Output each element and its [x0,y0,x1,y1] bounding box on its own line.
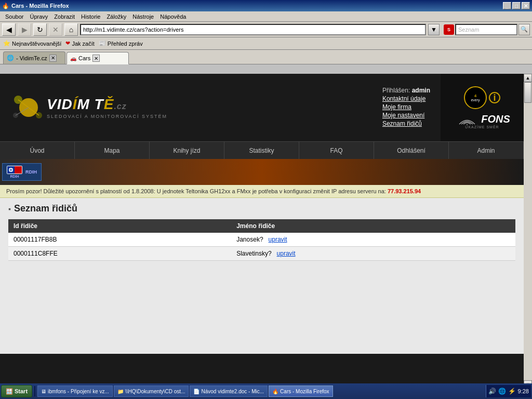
reload-button[interactable]: ↻ [33,23,47,36]
start-button[interactable]: 🪟 Start [1,385,32,397]
forward-button[interactable]: ▶ [18,23,31,36]
nav-faq[interactable]: FAQ [299,142,374,159]
taskbar-divider [34,386,35,396]
scroll-up-button[interactable]: ▲ [524,74,532,82]
site-header-right: Přihlášen: admin Kontaktní údaje Moje fi… [372,74,441,141]
back-button[interactable]: ◀ [2,23,16,36]
fons-logo-area: FONS UKAZÍME SMĚR [454,113,510,129]
fons-text: FONS [481,113,510,125]
section-header: ▪ Seznam řidičů [8,203,515,214]
search-provider-icon: S [444,24,454,35]
section-title: Seznam řidičů [14,203,77,214]
stop-button[interactable]: ✕ [49,23,62,36]
menu-historie[interactable]: Historie [78,12,103,21]
tab-cars[interactable]: 🚗 Cars ✕ [66,52,129,64]
browser-icon: 🔥 [2,3,9,9]
alert-bar: Prosím pozor! Důležité upozornění s plat… [0,185,524,198]
alert-text: Prosím pozor! Důležité upozornění s plat… [6,188,386,194]
alert-ip: 77.93.215.94 [388,188,421,194]
tabs-bar: 🌐 - VidimTe.cz ✕ 🚗 Cars ✕ [0,50,532,64]
nav-admin[interactable]: Admin [449,142,524,159]
menu-soubor[interactable]: Soubor [2,12,26,21]
scroll-track[interactable] [524,82,532,380]
address-text: http://m1.vidimte.cz/cars?action=drivers [83,26,184,33]
address-bar[interactable]: http://m1.vidimte.cz/cars?action=drivers [80,24,426,35]
home-button[interactable]: ⌂ [64,23,78,36]
bookmark-jak-zacit[interactable]: ❤ Jak začít [65,40,94,47]
tab-vidimte-close[interactable]: ✕ [49,55,57,62]
minimize-button[interactable]: _ [503,2,511,9]
tab-cars-icon: 🚗 [70,56,76,61]
site-header: VIDÍM TĚ.cz SLEDOVACÍ A MONITOROVACÍ SYS… [0,74,524,141]
table-row: 00001117FB8B Janosek? upravit [8,233,515,247]
maximize-button[interactable]: □ [512,2,521,9]
banner-area: RDIH RDIH [0,159,524,185]
browser-content: VIDÍM TĚ.cz SLEDOVACÍ A MONITOROVACÍ SYS… [0,74,524,389]
driver-id-1: 00001117FB8B [8,233,231,247]
close-button[interactable]: ✕ [522,2,530,9]
svg-rect-9 [15,166,22,174]
address-go-button[interactable]: ▼ [428,24,440,35]
search-placeholder: Seznam [458,26,479,33]
taskbar-btn-cars[interactable]: 🔥 Cars - Mozilla Firefox [269,385,332,397]
bookmark-nejnavstevovanejsi[interactable]: ⭐ Nejnavštěvovanější [3,40,61,47]
bookmark-news-icon: 📰 [99,40,106,47]
nav-kontaktni-udaje[interactable]: Kontaktní údaje [382,95,425,102]
window-title: Cars - Mozilla Firefox [11,3,69,9]
search-go-button[interactable]: 🔍 [518,24,530,35]
site-nav: Úvod Mapa Knihy jízd Statistiky FAQ Odhl… [0,141,524,159]
driver-id-2: 0000111C8FFE [8,247,231,261]
main-content: ▪ Seznam řidičů Id řidiče Jméno řidiče 0… [0,198,524,354]
taskbar-btn-ibmfons[interactable]: 🖥 ibmfons - Připojení ke vz... [37,385,113,397]
taskbar-tray: 🔊 🌐 ⚡ 9:28 [486,385,531,397]
driver-name-2: Slavetinsky? upravit [231,247,515,261]
table-row: 0000111C8FFE Slavetinsky? upravit [8,247,515,261]
menu-zalozky[interactable]: Záložky [103,12,129,21]
nav-odhlaseni[interactable]: Odhlášení [374,142,449,159]
tray-icon-1: 🔊 [488,388,496,395]
menu-napoveda[interactable]: Nápověda [157,12,189,21]
menu-upravy[interactable]: Úpravy [26,12,51,21]
bookmark-star-icon: ⭐ [3,40,10,47]
nav-seznam-ridicu[interactable]: Seznam řidičů [382,120,422,127]
search-input[interactable]: Seznam [455,24,517,35]
nav-knihy-jizd[interactable]: Knihy jízd [150,142,224,159]
nav-uvod[interactable]: Úvod [0,142,75,159]
driver-edit-link-1[interactable]: upravit [269,236,287,243]
taskbar-btn-navod[interactable]: 📄 Návod vidimte2.doc - Mic... [190,385,268,397]
tab-cars-close[interactable]: ✕ [92,55,100,62]
bookmarks-bar: ⭐ Nejnavštěvovanější ❤ Jak začít 📰 Přehl… [0,37,532,50]
section-expand-icon[interactable]: ▪ [8,205,11,213]
fons-antenna-icon [454,114,480,125]
nav-moje-firma[interactable]: Moje firma [382,103,411,111]
driver-edit-link-2[interactable]: upravit [277,250,296,257]
tab-vidimte[interactable]: 🌐 - VidimTe.cz ✕ [3,51,65,64]
menu-zobrazit[interactable]: Zobrazit [51,12,78,21]
nav-mapa[interactable]: Mapa [75,142,150,159]
taskbar-ibmfons-icon: 🖥 [41,389,46,394]
taskbar-doc-icon: 📄 [193,389,200,394]
taskbar-firefox-icon: 🔥 [272,389,278,394]
menu-bar: Soubor Úpravy Zobrazit Historie Záložky … [0,11,532,22]
taskbar-folder-icon: 📁 [117,389,124,394]
partner-logos: 4 every i FONS UKAZ [441,74,524,141]
tab-vidimte-icon: 🌐 [7,55,14,61]
user-logged-in: Přihlášen: admin [382,87,430,94]
scroll-thumb[interactable] [524,82,531,103]
window-title-bar: 🔥 Cars - Mozilla Firefox _ □ ✕ [0,0,532,11]
4every-i-icon: i [489,92,500,103]
site-logo-subtitle: SLEDOVACÍ A MONITOROVACÍ SYSTÉM [47,114,167,119]
col-header-id: Id řidiče [8,219,231,233]
menu-nastroje[interactable]: Nástroje [129,12,157,21]
tray-time: 9:28 [518,388,529,394]
start-icon: 🪟 [6,388,13,395]
username-display: admin [412,87,430,94]
bookmark-prehled-zprav[interactable]: 📰 Přehled zpráv [99,40,143,47]
taskbar: 🪟 Start 🖥 ibmfons - Připojení ke vz... 📁… [0,383,532,399]
taskbar-btn-hq[interactable]: 📁 \\HQ\Dokumenty\CD ost... [114,385,189,397]
fons-subtitle: UKAZÍME SMĚR [454,125,510,129]
site-logo-text: VIDÍM TĚ.cz [47,96,167,113]
nav-statistiky[interactable]: Statistiky [224,142,299,159]
banner-logo: RDIH RDIH [2,163,42,181]
nav-moje-nastaveni[interactable]: Moje nastavení [382,112,424,119]
